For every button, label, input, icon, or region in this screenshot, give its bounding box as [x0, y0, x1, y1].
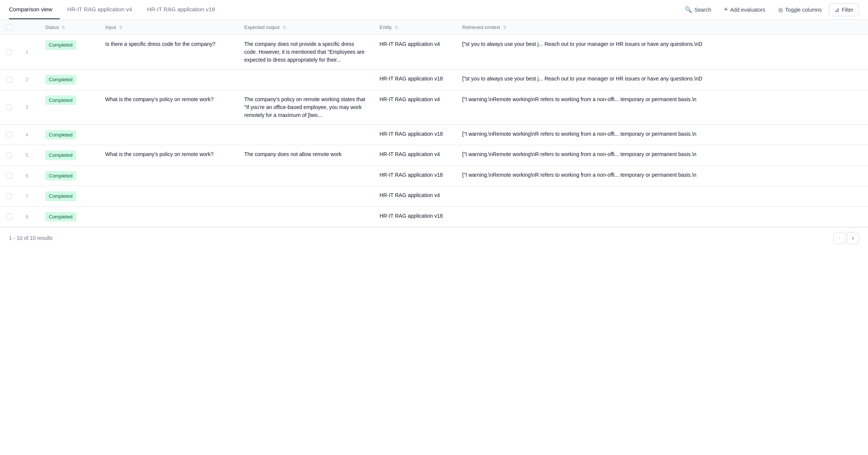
- row-entity: HR-IT RAG application v18: [374, 124, 456, 145]
- search-icon: 🔍: [685, 6, 692, 13]
- header-status[interactable]: Status ⇅: [39, 20, 99, 35]
- row-check: [0, 186, 20, 207]
- row-retrieved-context: ["st you to always use your best j... Re…: [456, 35, 868, 70]
- row-entity: HR-IT RAG application v18: [374, 70, 456, 90]
- row-number: 5: [20, 145, 39, 166]
- row-input: [99, 124, 238, 145]
- table-row[interactable]: 6 Completed HR-IT RAG application v18 ["…: [0, 165, 868, 186]
- table-row[interactable]: 7 Completed HR-IT RAG application v4: [0, 186, 868, 207]
- row-checkbox-3[interactable]: [6, 104, 12, 110]
- header-check: [0, 20, 20, 35]
- table-row[interactable]: 4 Completed HR-IT RAG application v18 ["…: [0, 124, 868, 145]
- status-badge: Completed: [45, 191, 76, 201]
- row-retrieved-context: ["I warning.\nRemote working\nR refers t…: [456, 145, 868, 166]
- row-checkbox-6[interactable]: [6, 173, 12, 179]
- status-badge: Completed: [45, 130, 76, 140]
- row-checkbox-8[interactable]: [6, 214, 12, 220]
- row-retrieved-context: [456, 206, 868, 227]
- row-status: Completed: [39, 90, 99, 124]
- filter-icon: ⊿: [835, 6, 839, 13]
- toggle-columns-button[interactable]: ◎ Toggle columns: [773, 3, 827, 16]
- row-number: 4: [20, 124, 39, 145]
- table-body: 1 Completed Is there a specific dress co…: [0, 35, 868, 227]
- status-badge: Completed: [45, 150, 76, 160]
- row-status: Completed: [39, 165, 99, 186]
- pagination: ‹ ›: [833, 232, 859, 244]
- row-checkbox-2[interactable]: [6, 77, 12, 83]
- row-status: Completed: [39, 35, 99, 70]
- row-expected-output: [238, 165, 374, 186]
- row-expected-output: The company's policy on remote working s…: [238, 90, 374, 124]
- row-checkbox-5[interactable]: [6, 152, 12, 158]
- tab-hr-it-v18[interactable]: HR-IT RAG application v18: [139, 0, 222, 19]
- table-header-row: Status ⇅ Input ⇅ Expected output ⇅ Entit…: [0, 20, 868, 35]
- row-status: Completed: [39, 186, 99, 207]
- table-row[interactable]: 5 Completed What is the company's policy…: [0, 145, 868, 166]
- row-number: 1: [20, 35, 39, 70]
- header-context[interactable]: Retrieved context ⇅: [456, 20, 868, 35]
- row-entity: HR-IT RAG application v4: [374, 145, 456, 166]
- row-check: [0, 90, 20, 124]
- row-check: [0, 206, 20, 227]
- status-badge: Completed: [45, 40, 76, 50]
- row-entity: HR-IT RAG application v4: [374, 35, 456, 70]
- row-number: 8: [20, 206, 39, 227]
- row-checkbox-1[interactable]: [6, 49, 12, 55]
- sort-icon-expected: ⇅: [283, 25, 286, 30]
- row-expected-output: [238, 124, 374, 145]
- next-page-button[interactable]: ›: [847, 232, 859, 244]
- row-retrieved-context: [456, 186, 868, 207]
- top-nav: Comparison view HR-IT RAG application v4…: [0, 0, 868, 20]
- row-check: [0, 145, 20, 166]
- table-row[interactable]: 2 Completed HR-IT RAG application v18 ["…: [0, 70, 868, 90]
- sort-icon-status: ⇅: [62, 25, 65, 30]
- row-input: What is the company's policy on remote w…: [99, 90, 238, 124]
- row-check: [0, 124, 20, 145]
- table-row[interactable]: 3 Completed What is the company's policy…: [0, 90, 868, 124]
- tab-comparison-view[interactable]: Comparison view: [9, 0, 60, 19]
- row-entity: HR-IT RAG application v4: [374, 90, 456, 124]
- results-count: 1 - 10 of 10 results: [9, 235, 53, 241]
- row-input: Is there a specific dress code for the c…: [99, 35, 238, 70]
- row-number: 6: [20, 165, 39, 186]
- header-expected[interactable]: Expected output ⇅: [238, 20, 374, 35]
- row-expected-output: The company does not provide a specific …: [238, 35, 374, 70]
- plus-icon: +: [724, 6, 728, 14]
- row-number: 2: [20, 70, 39, 90]
- tab-hr-it-v4[interactable]: HR-IT RAG application v4: [60, 0, 139, 19]
- comparison-table: Status ⇅ Input ⇅ Expected output ⇅ Entit…: [0, 20, 868, 227]
- row-check: [0, 70, 20, 90]
- add-evaluators-label: Add evaluators: [730, 7, 765, 13]
- row-expected-output: [238, 70, 374, 90]
- status-badge: Completed: [45, 75, 76, 85]
- toggle-columns-label: Toggle columns: [785, 7, 822, 13]
- row-retrieved-context: ["st you to always use your best j... Re…: [456, 70, 868, 90]
- eye-icon: ◎: [778, 6, 783, 13]
- prev-page-button[interactable]: ‹: [833, 232, 845, 244]
- select-all-checkbox[interactable]: [6, 24, 12, 30]
- search-button[interactable]: 🔍 Search: [679, 3, 717, 16]
- row-input: [99, 165, 238, 186]
- sort-icon-entity: ⇅: [395, 25, 398, 30]
- data-table-container: Status ⇅ Input ⇅ Expected output ⇅ Entit…: [0, 20, 868, 227]
- row-checkbox-4[interactable]: [6, 132, 12, 138]
- row-retrieved-context: ["I warning.\nRemote working\nR refers t…: [456, 165, 868, 186]
- row-input: What is the company's policy on remote w…: [99, 145, 238, 166]
- row-status: Completed: [39, 206, 99, 227]
- row-expected-output: [238, 206, 374, 227]
- header-input[interactable]: Input ⇅: [99, 20, 238, 35]
- row-checkbox-7[interactable]: [6, 193, 12, 199]
- sort-icon-context: ⇅: [503, 25, 507, 30]
- table-row[interactable]: 8 Completed HR-IT RAG application v18: [0, 206, 868, 227]
- table-row[interactable]: 1 Completed Is there a specific dress co…: [0, 35, 868, 70]
- add-evaluators-button[interactable]: + Add evaluators: [718, 3, 771, 17]
- row-entity: HR-IT RAG application v4: [374, 186, 456, 207]
- row-retrieved-context: ["I warning.\nRemote working\nR refers t…: [456, 124, 868, 145]
- status-badge: Completed: [45, 96, 76, 105]
- row-input: [99, 70, 238, 90]
- row-expected-output: The company does not allow remote work: [238, 145, 374, 166]
- filter-button[interactable]: ⊿ Filter: [829, 3, 859, 16]
- row-entity: HR-IT RAG application v18: [374, 206, 456, 227]
- row-status: Completed: [39, 70, 99, 90]
- header-entity[interactable]: Entity ⇅: [374, 20, 456, 35]
